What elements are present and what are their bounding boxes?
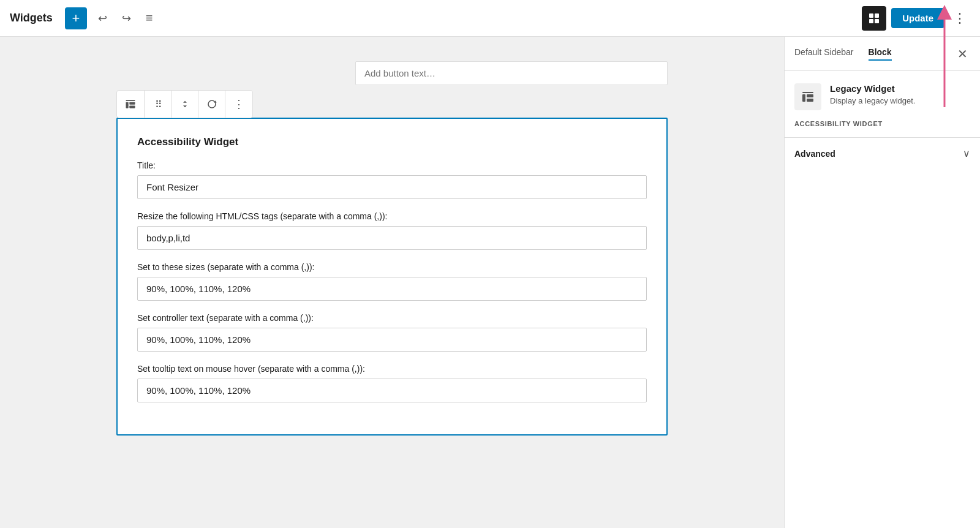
sidebar-tabs: Default Sidebar Block ✕ <box>785 37 980 71</box>
block-name: Legacy Widget <box>830 83 915 94</box>
block-description: Display a legacy widget. <box>830 96 915 105</box>
block-icon <box>794 83 821 110</box>
tab-block[interactable]: Block <box>869 47 892 61</box>
form-group-tooltip-text: Set tooltip text on mouse hover (separat… <box>137 364 647 402</box>
svg-rect-1 <box>875 13 879 18</box>
move-up-down-button[interactable] <box>172 91 198 118</box>
add-button-area <box>116 61 668 85</box>
svg-rect-3 <box>875 19 879 23</box>
tools-button[interactable]: ≡ <box>142 7 157 29</box>
svg-rect-11 <box>807 99 813 102</box>
block-more-options-button[interactable]: ⋮ <box>225 91 252 118</box>
svg-rect-7 <box>129 106 135 108</box>
block-type-icon-button[interactable] <box>117 91 145 118</box>
form-label-sizes: Set to these sizes (separate with a comm… <box>137 262 647 272</box>
advanced-label: Advanced <box>794 149 835 159</box>
svg-rect-0 <box>869 13 873 18</box>
block-info-tag: ACCESSIBILITY WIDGET <box>794 120 970 127</box>
svg-rect-5 <box>126 102 129 108</box>
advanced-row[interactable]: Advanced ∨ <box>794 138 970 169</box>
form-label-controller-text: Set controller text (separate with a com… <box>137 313 647 323</box>
form-label-title: Title: <box>137 160 647 170</box>
title-input[interactable] <box>137 175 647 199</box>
more-options-button[interactable]: ⋮ <box>949 7 970 30</box>
form-group-title: Title: <box>137 160 647 199</box>
block-info-text: Legacy Widget Display a legacy widget. <box>830 83 915 105</box>
svg-rect-10 <box>807 94 813 97</box>
sidebar-content: Legacy Widget Display a legacy widget. A… <box>785 71 980 181</box>
block-toolbar: ⠿ ⋮ <box>116 90 253 118</box>
form-group-tags: Resize the following HTML/CSS tags (sepa… <box>137 211 647 250</box>
form-label-tooltip-text: Set tooltip text on mouse hover (separat… <box>137 364 647 374</box>
sidebar-close-button[interactable]: ✕ <box>955 44 970 64</box>
svg-rect-9 <box>802 94 805 102</box>
update-button[interactable]: Update <box>891 8 944 28</box>
redo-button[interactable]: ↪ <box>118 8 135 29</box>
sidebar-panel: Default Sidebar Block ✕ Legacy Widget <box>784 37 980 528</box>
sizes-input[interactable] <box>137 277 647 301</box>
widget-block-wrapper: ⠿ ⋮ <box>116 61 668 436</box>
controller-text-input[interactable] <box>137 328 647 352</box>
svg-rect-4 <box>126 100 135 101</box>
undo-button[interactable]: ↩ <box>94 8 111 29</box>
svg-rect-6 <box>129 102 135 105</box>
tooltip-text-input[interactable] <box>137 379 647 402</box>
editor-area: ⠿ ⋮ <box>0 37 784 528</box>
add-block-button[interactable]: + <box>65 7 87 29</box>
svg-rect-2 <box>869 19 873 23</box>
chevron-down-icon: ∨ <box>963 148 970 159</box>
tab-default-sidebar[interactable]: Default Sidebar <box>794 47 854 61</box>
loop-button[interactable] <box>198 91 225 118</box>
form-group-sizes: Set to these sizes (separate with a comm… <box>137 262 647 301</box>
drag-handle-button[interactable]: ⠿ <box>145 91 172 118</box>
page-title: Widgets <box>10 12 53 25</box>
tags-input[interactable] <box>137 226 647 250</box>
widget-block-title: Accessibility Widget <box>137 136 647 148</box>
widget-block: Accessibility Widget Title: Resize the f… <box>116 118 668 436</box>
add-button-text-input[interactable] <box>355 61 668 85</box>
svg-rect-8 <box>802 92 813 93</box>
form-label-tags: Resize the following HTML/CSS tags (sepa… <box>137 211 647 221</box>
main-layout: ⠿ ⋮ <box>0 37 980 528</box>
block-view-button[interactable] <box>862 6 886 31</box>
form-group-controller-text: Set controller text (separate with a com… <box>137 313 647 352</box>
main-toolbar: Widgets + ↩ ↪ ≡ Update ⋮ <box>0 0 980 37</box>
block-info: Legacy Widget Display a legacy widget. <box>794 83 970 110</box>
